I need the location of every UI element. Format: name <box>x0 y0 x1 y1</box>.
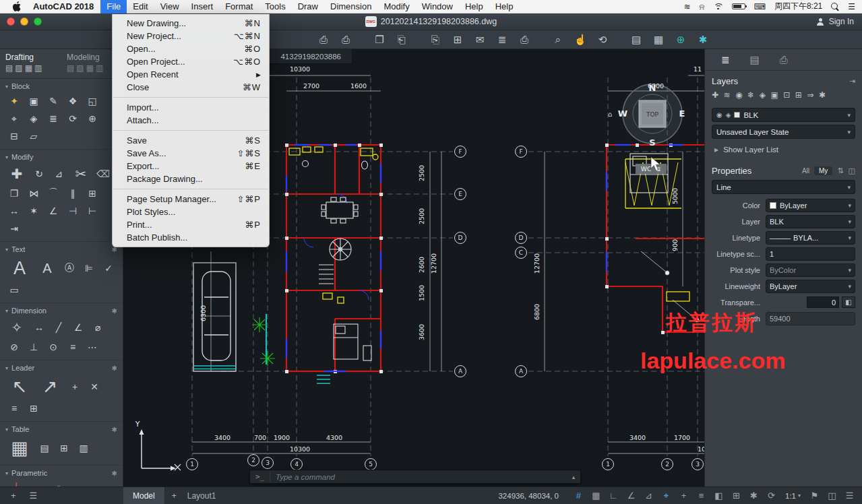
transparency-value-input[interactable]: 0 <box>807 296 839 308</box>
isometric-drafting-icon[interactable]: ⊿ <box>643 491 654 501</box>
layer-on-off-icon[interactable]: ◉ <box>735 90 742 100</box>
insert-table-icon[interactable]: ▦ <box>7 437 32 460</box>
join-icon[interactable]: ⊢ <box>85 203 100 218</box>
angular-dimension-icon[interactable]: ∠ <box>71 320 86 335</box>
table-style-icon[interactable]: ▤ <box>37 441 52 455</box>
plot-styles-icon[interactable]: ⎙ <box>518 34 531 46</box>
multileader-icon[interactable]: ↖ <box>7 375 32 398</box>
aligned-dimension-icon[interactable]: ╱ <box>51 320 66 335</box>
reference-palette-icon[interactable]: ▤ <box>629 34 643 46</box>
add-tab-icon[interactable]: + <box>11 491 16 501</box>
orbit-icon[interactable]: ⟲ <box>596 34 609 46</box>
set-base-point-icon[interactable]: ⌖ <box>7 111 22 126</box>
control-center-icon[interactable]: ☰ <box>848 2 855 11</box>
collapse-caret-icon[interactable]: ▾ <box>5 84 8 90</box>
viewcube-east[interactable]: E <box>679 108 685 119</box>
array-icon[interactable]: ⊞ <box>85 186 100 201</box>
erase-icon[interactable]: ⌫ <box>96 166 111 181</box>
output-tab-icon[interactable]: ⎙ <box>780 54 788 66</box>
block-palette-icon[interactable]: ❖ <box>65 94 80 108</box>
write-block-icon[interactable]: ◱ <box>85 94 100 108</box>
align-leaders-icon[interactable]: ≡ <box>7 401 22 416</box>
sync-attributes-icon[interactable]: ⟳ <box>65 111 80 126</box>
remove-leader-icon[interactable]: ✕ <box>87 379 102 394</box>
minimize-window-button[interactable] <box>20 18 28 26</box>
command-history-toggle-icon[interactable]: ▴ <box>567 474 580 480</box>
apple-menu[interactable] <box>7 1 26 11</box>
plot-style-field[interactable]: ByColor▾ <box>766 263 855 277</box>
fillet-icon[interactable]: ⌒ <box>46 186 61 201</box>
spell-check-icon[interactable]: ✓ <box>101 261 116 276</box>
file-menu-item-save[interactable]: Save⌘S <box>113 134 269 147</box>
plot-icon[interactable]: ⎙ <box>317 34 330 46</box>
merge-layers-icon[interactable]: ⊞ <box>795 90 802 100</box>
clip-xref-icon[interactable]: ⊟ <box>7 129 22 144</box>
continue-dimension-icon[interactable]: ⋯ <box>85 340 100 354</box>
linetype-sc-field[interactable]: 1 <box>766 247 855 261</box>
menubar-clock[interactable]: 周四下午8:21 <box>774 1 822 12</box>
file-menu-item-open[interactable]: Open...⌘O <box>113 42 269 55</box>
rotate-icon[interactable]: ↻ <box>32 166 47 181</box>
create-block-icon[interactable]: ▣ <box>26 94 41 108</box>
leader-style-icon[interactable]: ↗ <box>37 375 63 398</box>
file-menu-item-new-project[interactable]: New Project...⌥⌘N <box>113 30 269 42</box>
layers-tab-icon[interactable]: ≣ <box>721 54 730 66</box>
linear-dimension-icon[interactable]: ↔ <box>32 320 47 335</box>
menubar-item-modify[interactable]: Modify <box>377 0 415 13</box>
move-icon[interactable]: ✚ <box>7 164 27 183</box>
color-field[interactable]: ByLayer▾ <box>766 199 855 212</box>
trim-icon[interactable]: ✂ <box>71 164 91 183</box>
collapse-panel-icon[interactable]: ⇥ <box>849 77 855 86</box>
tool-sets-icon[interactable]: ✱ <box>696 34 710 46</box>
layer-states-icon[interactable]: ≋ <box>724 90 731 100</box>
file-menu-item-plot-styles[interactable]: Plot Styles... <box>113 206 269 218</box>
polar-tracking-icon[interactable]: ∠ <box>625 491 637 501</box>
selection-type-dropdown[interactable]: Line ▾ <box>712 180 855 194</box>
copy-icon[interactable]: ❐ <box>7 186 22 201</box>
design-center-icon[interactable]: ▦ <box>652 34 665 46</box>
menubar-item-edit[interactable]: Edit <box>127 0 154 13</box>
lineweight-display-icon[interactable]: ≡ <box>696 491 707 501</box>
menubar-item-format[interactable]: Format <box>219 0 259 13</box>
file-menu-item-batch-publish[interactable]: Batch Publish... <box>113 231 269 244</box>
content-palette-icon[interactable]: ⊕ <box>674 34 687 46</box>
file-menu-item-print[interactable]: Print...⌘P <box>113 218 269 231</box>
file-menu-item-page-setup-manager[interactable]: Page Setup Manager...⇧⌘P <box>113 193 269 206</box>
pan-icon[interactable]: ☝ <box>574 34 587 46</box>
lineweight-field[interactable]: ByLayer▾ <box>766 280 855 293</box>
linetype-field[interactable]: ———BYLA...▾ <box>766 231 855 245</box>
zoom-icon[interactable]: ⌕ <box>551 34 565 46</box>
define-attribute-icon[interactable]: ◈ <box>26 111 41 126</box>
center-mark-icon[interactable]: ⊙ <box>46 340 61 354</box>
input-method-icon[interactable]: ⌨ <box>754 2 766 11</box>
filter-my-button[interactable]: My <box>814 166 832 175</box>
section-settings-icon[interactable]: ✱ <box>112 426 117 433</box>
add-leader-icon[interactable]: + <box>67 379 82 394</box>
layer-color-icon[interactable]: ▣ <box>770 90 778 100</box>
palette-tab-drafting[interactable]: Drafting▤▨▦▥ <box>0 49 61 78</box>
diameter-dimension-icon[interactable]: ⊘ <box>7 340 22 354</box>
viewcube-west[interactable]: W <box>618 108 627 119</box>
explode-icon[interactable]: ✶ <box>26 203 41 218</box>
text-frame-icon[interactable]: ▭ <box>7 282 22 297</box>
hardware-acceleration-icon[interactable]: ◫ <box>826 491 838 501</box>
file-menu-item-export[interactable]: Export...⌘E <box>113 160 269 172</box>
menubar-item-tools[interactable]: Tools <box>259 0 291 13</box>
tab-overflow-icon[interactable]: ☰ <box>30 491 38 501</box>
object-snap-icon[interactable]: ⌖ <box>660 491 672 501</box>
viewcube[interactable]: TOP N S W E ⌂ <box>608 83 685 148</box>
baseline-dimension-icon[interactable]: ≡ <box>65 340 80 354</box>
copy-clip-icon[interactable]: ❐ <box>373 34 386 46</box>
stretch-icon[interactable]: ↔ <box>7 203 22 218</box>
vertical-constraint-icon[interactable]: │ <box>7 480 27 486</box>
offset-icon[interactable]: ∥ <box>65 186 80 201</box>
app-name[interactable]: AutoCAD 2018 <box>26 1 100 11</box>
tab-layout1[interactable]: Layout1 <box>183 491 220 501</box>
transparency-slider-button[interactable]: ◧ <box>842 296 855 308</box>
radius-dimension-icon[interactable]: ⌀ <box>90 320 105 335</box>
menubar-item-insert[interactable]: Insert <box>185 0 220 13</box>
ortho-mode-icon[interactable]: ∟ <box>608 491 619 501</box>
sign-in-button[interactable]: Sign In <box>816 17 854 26</box>
plot-preview-icon[interactable]: ⎙ <box>339 34 352 46</box>
break-icon[interactable]: ⊣ <box>65 203 80 218</box>
